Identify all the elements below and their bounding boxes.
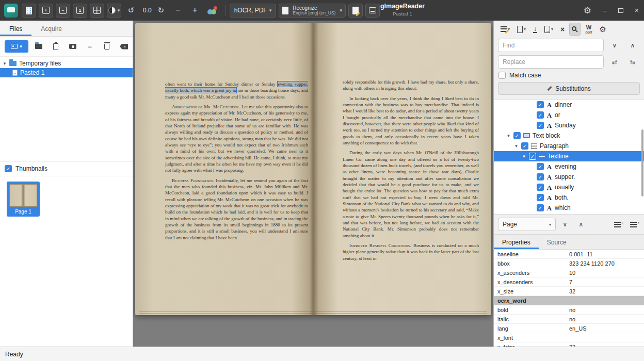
item-checkbox[interactable]: ✓	[537, 101, 544, 108]
property-value[interactable]: 0.001 -11	[567, 251, 644, 257]
item-checkbox[interactable]: ✓	[537, 111, 544, 119]
increase-button[interactable]: +	[188, 4, 202, 18]
expander-icon[interactable]: ▼	[522, 154, 526, 159]
property-row[interactable]: x_ascenders10	[494, 268, 644, 277]
image-canvas[interactable]: often went to their home for Sunday dinn…	[133, 21, 493, 347]
insert-mode-dropdown[interactable]: ▾	[498, 23, 512, 36]
property-row[interactable]: x_font	[494, 333, 644, 342]
tab-acquire[interactable]: Acquire	[31, 21, 71, 36]
hocr-document-tree[interactable]: ✓Adinner✓Aor✓ASunday▼✓Text block▼✓Paragr…	[494, 99, 644, 215]
autodetect-layout-button[interactable]	[22, 4, 36, 18]
property-value[interactable]: en_US	[567, 325, 644, 332]
property-value[interactable]: no	[567, 307, 644, 313]
tab-files[interactable]: Files	[0, 21, 31, 36]
manage-languages-button[interactable]	[205, 4, 219, 18]
replace-input[interactable]	[498, 55, 604, 69]
property-value[interactable]: 10	[567, 270, 644, 276]
property-row[interactable]: x_descenders7	[494, 277, 644, 287]
save-hocr-button[interactable]: ↓	[530, 23, 540, 36]
next-item-button[interactable]: ∨	[558, 218, 572, 231]
hocr-tree-item[interactable]: ✓Aboth.	[494, 192, 644, 203]
rotate-left-button[interactable]: ↺	[124, 4, 138, 18]
replace-all-button[interactable]: ⇆	[625, 55, 640, 69]
item-checkbox[interactable]: ✓	[537, 163, 544, 170]
item-checkbox[interactable]: ✓	[529, 153, 536, 160]
hocr-tree-item[interactable]: ▼✓—Textline	[494, 151, 644, 161]
remove-image-button[interactable]: −	[83, 40, 96, 53]
clear-list-button[interactable]: ×	[117, 40, 131, 53]
hocr-tree-item[interactable]: ▼✓Text block	[494, 130, 644, 141]
hocr-tree-item[interactable]: ✓ASunday	[494, 120, 644, 130]
find-replace-toggle[interactable]	[569, 23, 581, 36]
previous-item-button[interactable]: ∧	[574, 218, 588, 231]
property-row[interactable]: bbox323 234 1120 270	[494, 259, 644, 268]
word-confidence-toggle[interactable]: Wconf	[583, 23, 594, 36]
hocr-tree-item[interactable]: ✓Ausually	[494, 182, 644, 192]
hocr-tree-item[interactable]: ✓Aevening	[494, 161, 644, 172]
rotate-right-button[interactable]: ↻	[154, 4, 168, 18]
clear-output-button[interactable]: ×	[558, 23, 567, 36]
zoom-fit-button[interactable]	[90, 4, 104, 18]
zoom-in-button[interactable]: +	[39, 4, 53, 18]
item-checkbox[interactable]: ✓	[521, 142, 528, 150]
expander-icon[interactable]: ▼	[3, 61, 7, 66]
property-row[interactable]: ocrx_word	[494, 296, 644, 305]
replace-button[interactable]: ⇄	[607, 55, 622, 69]
add-images-split-button[interactable]: ▾	[5, 40, 28, 53]
zoom-out-button[interactable]: −	[56, 4, 70, 18]
property-value[interactable]: 7	[567, 279, 644, 285]
tab-source[interactable]: Source	[539, 235, 575, 249]
find-input[interactable]	[498, 39, 604, 52]
paste-button[interactable]	[49, 40, 62, 53]
hocr-tree-item[interactable]: ✓Adinner	[494, 100, 644, 110]
property-value[interactable]: no	[567, 316, 644, 322]
substitutions-button[interactable]: Substitutions	[498, 82, 640, 95]
item-checkbox[interactable]: ✓	[537, 184, 544, 191]
thumbnail-page-1[interactable]: Page 1	[7, 182, 40, 217]
item-checkbox[interactable]: ✓	[537, 194, 544, 201]
expand-all-button[interactable]	[610, 218, 624, 231]
recognize-button[interactable]: Recognize English [eng] (en_US) ▾	[279, 4, 346, 18]
hocr-tree-item[interactable]: ▼✓Paragraph	[494, 141, 644, 151]
item-checkbox[interactable]: ✓	[537, 122, 544, 129]
thumbnails-checkbox[interactable]: ✓	[5, 165, 12, 172]
decrease-button[interactable]: −	[171, 4, 185, 18]
edit-text-button[interactable]	[348, 4, 363, 18]
screenshot-button[interactable]	[66, 40, 79, 53]
property-row[interactable]: italicno	[494, 315, 644, 324]
property-row[interactable]: baseline0.001 -11	[494, 250, 644, 259]
hocr-tree-item[interactable]: ✓Awhich	[494, 203, 644, 213]
delete-image-button[interactable]	[100, 40, 114, 53]
hocr-tree-item[interactable]: ✓Aor	[494, 110, 644, 120]
item-checkbox[interactable]: ✓	[537, 173, 544, 180]
ocr-mode-dropdown[interactable]: hOCR, PDF ▾	[230, 4, 277, 18]
tab-properties[interactable]: Properties	[494, 235, 539, 249]
page-selector-dropdown[interactable]: Page ▾	[498, 218, 556, 231]
match-case-checkbox[interactable]	[498, 72, 506, 79]
rotate-mode-dropdown[interactable]: ▾	[107, 4, 121, 18]
maximize-button[interactable]	[618, 8, 623, 13]
settings-gear-icon[interactable]: ⚙	[584, 5, 591, 16]
hocr-tree-item[interactable]: ✓Asupper.	[494, 172, 644, 182]
open-hocr-dropdown[interactable]: ▾	[514, 23, 528, 36]
export-dropdown[interactable]: ▾	[542, 23, 556, 36]
item-checkbox[interactable]: ✓	[537, 204, 544, 211]
item-checkbox[interactable]: ✓	[513, 132, 521, 139]
property-value[interactable]: 23	[567, 344, 644, 347]
close-button[interactable]: ×	[635, 6, 639, 14]
tree-item-pasted-1[interactable]: Pasted 1	[0, 68, 133, 77]
find-next-button[interactable]: ∨	[607, 39, 622, 52]
property-value[interactable]: 32	[567, 288, 644, 294]
open-folder-button[interactable]	[32, 40, 45, 53]
tree-item-temporary-files[interactable]: ▼ Temporary files	[0, 59, 133, 68]
find-previous-button[interactable]: ∧	[625, 39, 640, 52]
selected-textline-overlay[interactable]: evening supper, usually both, which was …	[165, 81, 308, 93]
property-row[interactable]: x_fsize23	[494, 342, 644, 347]
rotation-spinbox[interactable]: 0.0	[143, 7, 152, 14]
property-row[interactable]: boldno	[494, 305, 644, 315]
output-settings-button[interactable]: ⚙	[597, 23, 608, 36]
property-row[interactable]: x_size32	[494, 287, 644, 296]
collapse-all-button[interactable]	[626, 218, 640, 231]
zoom-original-button[interactable]: 1	[73, 4, 87, 18]
property-value[interactable]: 323 234 1120 270	[567, 260, 644, 267]
